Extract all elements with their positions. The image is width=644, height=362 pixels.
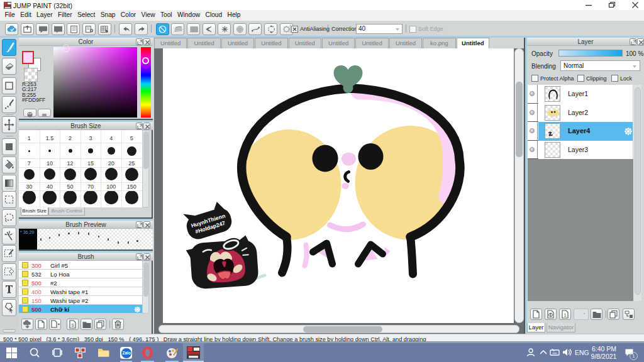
svg-text:S: S [71,323,74,327]
svg-text:1: 1 [564,312,566,318]
